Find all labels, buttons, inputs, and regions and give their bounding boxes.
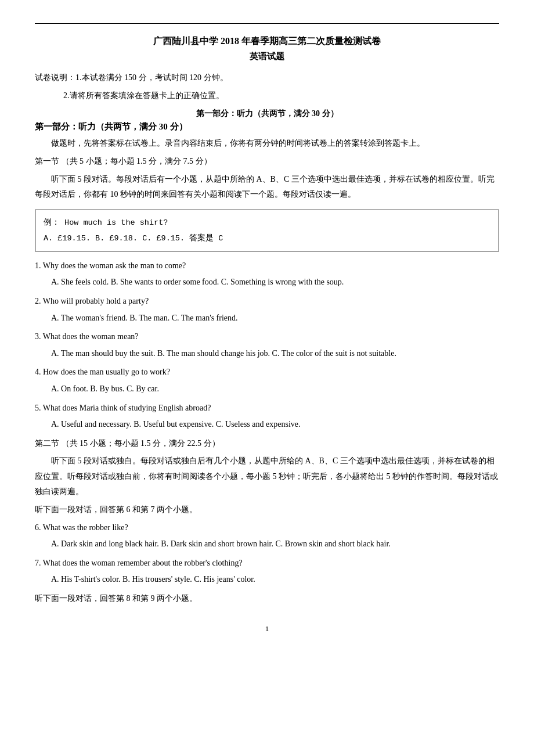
question-item: 4. How does the man usually go to work?A… bbox=[35, 365, 499, 397]
question-text: 6. What was the robber like? bbox=[35, 520, 499, 536]
question-item: 6. What was the robber like?A. Dark skin… bbox=[35, 520, 499, 552]
page-number: 1 bbox=[35, 624, 499, 633]
jie2-label: 第二节 （共 15 小题；每小题 1.5 分，满分 22.5 分） bbox=[35, 436, 499, 452]
section1-center-title: 第一部分：听力（共两节，满分 30 分） bbox=[35, 109, 499, 119]
main-title: 广西陆川县中学 2018 年春季期高三第二次质量检测试卷 bbox=[35, 35, 499, 48]
question-options: A. The woman's friend. B. The man. C. Th… bbox=[51, 311, 499, 326]
example-box: 例： How much is the shirt? A. £19.15. B. … bbox=[35, 210, 499, 251]
question-item: 1. Why does the woman ask the man to com… bbox=[35, 258, 499, 290]
dialog2-label: 听下面一段对话，回答第 8 和第 9 两个小题。 bbox=[35, 591, 499, 607]
example-options: A. £19.15. B. £9.18. C. £9.15. 答案是 C bbox=[44, 231, 490, 246]
question-item: 3. What does the woman mean?A. The man s… bbox=[35, 329, 499, 361]
question-text: 5. What does Maria think of studying Eng… bbox=[35, 401, 499, 416]
question-text: 3. What does the woman mean? bbox=[35, 329, 499, 345]
top-divider bbox=[35, 23, 499, 24]
jie1-intro: 听下面 5 段对话。每段对话后有一个小题，从题中所给的 A、B、C 三个选项中选… bbox=[35, 172, 499, 203]
question-text: 2. Who will probably hold a party? bbox=[35, 294, 499, 309]
question-options: A. The man should buy the suit. B. The m… bbox=[51, 346, 499, 362]
jie2-intro: 听下面 5 段对话或独白。每段对话或独白后有几个小题，从题中所给的 A、B、C … bbox=[35, 453, 499, 500]
question-options: A. His T-shirt's color. B. His trousers'… bbox=[51, 572, 499, 588]
question-item: 7. What does the woman remember about th… bbox=[35, 556, 499, 588]
question-options: A. Dark skin and long black hair. B. Dar… bbox=[51, 537, 499, 552]
question-options: A. She feels cold. B. She wants to order… bbox=[51, 275, 499, 290]
questions-section: 1. Why does the woman ask the man to com… bbox=[35, 258, 499, 433]
question-item: 2. Who will probably hold a party?A. The… bbox=[35, 294, 499, 326]
question-item: 5. What does Maria think of studying Eng… bbox=[35, 401, 499, 433]
question-text: 1. Why does the woman ask the man to com… bbox=[35, 258, 499, 274]
section1-intro: 做题时，先将答案标在试卷上。录音内容结束后，你将有两分钟的时间将试卷上的答案转涂… bbox=[35, 136, 499, 152]
section1-bold-title: 第一部分：听力（共两节，满分 30 分） bbox=[35, 121, 499, 132]
jie1-label: 第一节 （共 5 小题；每小题 1.5 分，满分 7.5 分） bbox=[35, 154, 499, 170]
question-options: A. On foot. B. By bus. C. By car. bbox=[51, 381, 499, 397]
questions2-section: 6. What was the robber like?A. Dark skin… bbox=[35, 520, 499, 588]
instruction-2: 2.请将所有答案填涂在答题卡上的正确位置。 bbox=[35, 88, 499, 103]
question-text: 4. How does the man usually go to work? bbox=[35, 365, 499, 380]
sub-title: 英语试题 bbox=[35, 51, 499, 62]
question-options: A. Useful and necessary. B. Useful but e… bbox=[51, 417, 499, 433]
dialog1-label: 听下面一段对话，回答第 6 和第 7 两个小题。 bbox=[35, 502, 499, 518]
instruction-1: 试卷说明：1.本试卷满分 150 分，考试时间 120 分钟。 bbox=[35, 70, 499, 85]
example-question: 例： How much is the shirt? bbox=[44, 215, 490, 231]
question-text: 7. What does the woman remember about th… bbox=[35, 556, 499, 571]
